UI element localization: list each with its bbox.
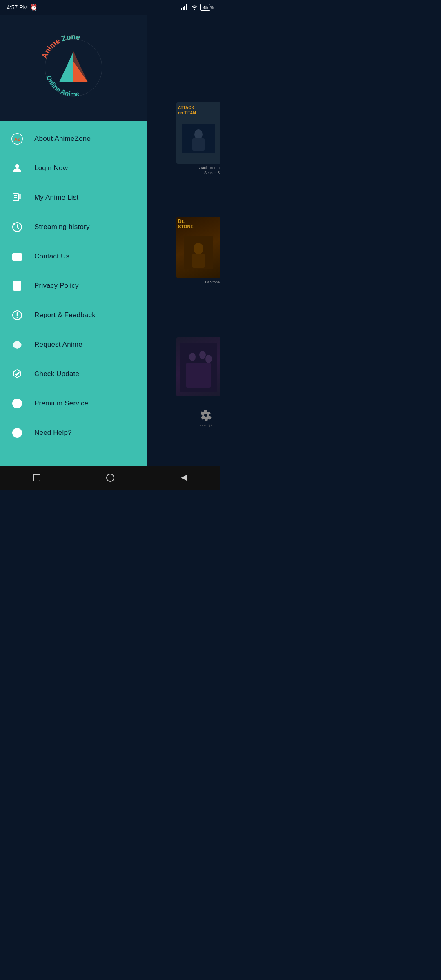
main-container: ATTACKon TITAN Attack on TitaSeason 3 Dr… bbox=[0, 15, 220, 490]
contact-label: Contact Us bbox=[34, 252, 69, 261]
svg-rect-14 bbox=[186, 363, 211, 388]
drstone-title: Dr. bbox=[178, 218, 219, 224]
request-icon bbox=[10, 337, 24, 352]
svg-point-24 bbox=[15, 164, 19, 168]
contact-icon bbox=[10, 249, 24, 264]
menu-item-about[interactable]: AZ About AnimeZone bbox=[0, 124, 147, 154]
anime3-card[interactable] bbox=[176, 337, 220, 396]
animelist-icon bbox=[10, 190, 24, 205]
anime3-image bbox=[180, 343, 217, 392]
login-label: Login Now bbox=[34, 164, 68, 172]
privacy-label: Privacy Policy bbox=[34, 282, 79, 290]
menu-item-premium[interactable]: Premium Service bbox=[0, 389, 147, 418]
svg-rect-2 bbox=[184, 6, 185, 10]
menu-item-animelist[interactable]: My Anime List bbox=[0, 183, 147, 212]
svg-point-12 bbox=[199, 351, 206, 359]
menu-item-contact[interactable]: Contact Us bbox=[0, 242, 147, 271]
back-icon bbox=[179, 473, 188, 482]
svg-rect-1 bbox=[183, 7, 184, 10]
attack-on-titan-card[interactable]: ATTACKon TITAN bbox=[176, 102, 220, 164]
svg-rect-0 bbox=[181, 8, 182, 10]
menu-item-login[interactable]: Login Now bbox=[0, 154, 147, 183]
nav-bar bbox=[0, 466, 220, 490]
premium-icon bbox=[10, 396, 24, 411]
history-icon bbox=[10, 220, 24, 234]
svg-text:Anime Zone: Anime Zone bbox=[40, 33, 80, 60]
nav-home-button[interactable] bbox=[100, 468, 120, 488]
menu-item-report[interactable]: Report & Feedback bbox=[0, 301, 147, 330]
drawer-header: Anime Zone Anime Zone Online Anime bbox=[0, 15, 147, 121]
svg-rect-3 bbox=[186, 4, 187, 10]
drawer: Anime Zone Anime Zone Online Anime bbox=[0, 15, 147, 490]
settings-area[interactable]: settings bbox=[200, 410, 212, 427]
status-icons: 45 % bbox=[181, 4, 214, 11]
svg-point-8 bbox=[194, 243, 203, 254]
svg-marker-45 bbox=[181, 475, 187, 481]
settings-icon bbox=[200, 410, 212, 421]
circle-icon bbox=[106, 473, 115, 482]
svg-point-37 bbox=[17, 317, 18, 318]
attack-subtitle: Attack on TitaSeason 3 bbox=[197, 166, 220, 175]
attack-image bbox=[182, 124, 215, 153]
svg-text:AZ: AZ bbox=[14, 137, 20, 142]
nav-square-button[interactable] bbox=[27, 468, 47, 488]
alarm-icon: ⏰ bbox=[30, 4, 37, 11]
battery-icon: 45 % bbox=[200, 4, 214, 11]
menu-item-update[interactable]: Check Update bbox=[0, 359, 147, 389]
square-icon bbox=[32, 473, 41, 482]
about-icon: AZ bbox=[10, 131, 24, 146]
menu-item-help[interactable]: Need Help? bbox=[0, 418, 147, 448]
report-label: Report & Feedback bbox=[34, 311, 96, 319]
nav-back-button[interactable] bbox=[174, 468, 194, 488]
help-icon bbox=[10, 425, 24, 440]
premium-label: Premium Service bbox=[34, 399, 88, 408]
svg-point-44 bbox=[107, 474, 114, 481]
menu-item-privacy[interactable]: Privacy Policy bbox=[0, 271, 147, 301]
svg-point-5 bbox=[194, 129, 203, 139]
drstone-title2: STONE bbox=[178, 224, 219, 229]
dr-stone-card[interactable]: Dr. STONE bbox=[176, 217, 220, 278]
login-icon bbox=[10, 161, 24, 176]
logo-circle: Anime Zone Anime Zone Online Anime bbox=[33, 27, 114, 109]
drstone-subtitle: Dr Stone bbox=[205, 280, 220, 284]
logo-container: Anime Zone Anime Zone Online Anime bbox=[33, 27, 114, 109]
wifi-icon bbox=[191, 4, 198, 10]
drawer-menu: AZ About AnimeZone Login Now My Anime Li… bbox=[0, 121, 147, 465]
animelist-label: My Anime List bbox=[34, 194, 78, 202]
settings-label: settings bbox=[200, 423, 212, 427]
status-bar: 4:57 PM ⏰ 45 % bbox=[0, 0, 220, 15]
menu-item-history[interactable]: Streaming history bbox=[0, 212, 147, 242]
svg-rect-43 bbox=[33, 474, 40, 481]
attack-title: ATTACKon TITAN bbox=[178, 105, 219, 116]
about-label: About AnimeZone bbox=[34, 135, 91, 143]
svg-rect-30 bbox=[13, 254, 22, 260]
svg-rect-6 bbox=[192, 138, 205, 151]
drstone-image bbox=[184, 236, 213, 269]
menu-item-request[interactable]: Request Anime bbox=[0, 330, 147, 359]
svg-point-13 bbox=[205, 355, 212, 363]
update-label: Check Update bbox=[34, 370, 79, 378]
svg-rect-9 bbox=[192, 254, 205, 268]
help-label: Need Help? bbox=[34, 429, 72, 437]
svg-point-11 bbox=[189, 353, 196, 361]
privacy-icon bbox=[10, 278, 24, 293]
report-icon bbox=[10, 308, 24, 323]
update-icon bbox=[10, 367, 24, 381]
status-time-group: 4:57 PM ⏰ bbox=[7, 4, 37, 11]
signal-icon bbox=[181, 4, 188, 10]
request-label: Request Anime bbox=[34, 341, 82, 349]
history-label: Streaming history bbox=[34, 223, 90, 231]
svg-marker-26 bbox=[18, 194, 21, 199]
status-time: 4:57 PM bbox=[7, 4, 28, 11]
svg-point-42 bbox=[17, 434, 18, 436]
